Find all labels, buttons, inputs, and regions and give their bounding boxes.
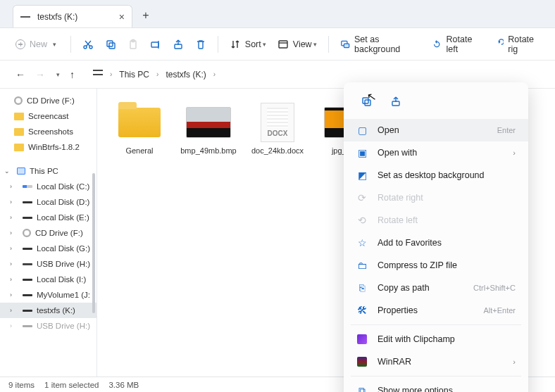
close-icon[interactable]: ×: [119, 11, 125, 23]
separator: [70, 36, 71, 53]
ctx-add-favorites[interactable]: ☆ Add to Favorites: [344, 232, 528, 254]
ctx-label: WinRAR: [378, 357, 411, 367]
copy-button[interactable]: [101, 34, 120, 55]
background-icon: ◩: [356, 170, 368, 181]
ctx-label: Open: [378, 125, 399, 135]
expand-icon[interactable]: ›: [10, 260, 12, 267]
share-button[interactable]: [386, 91, 406, 112]
navigation-pane[interactable]: CD Drive (F:)ScreencastScreenshotsWinBtr…: [0, 89, 97, 377]
recent-locations-button[interactable]: ▾: [56, 71, 60, 78]
sidebar-item-label: CD Drive (F:): [27, 96, 75, 105]
sidebar-item[interactable]: Screencast: [0, 108, 96, 124]
sidebar-item-drive[interactable]: ›Local Disk (D:): [0, 194, 96, 210]
sidebar-item[interactable]: Screenshots: [0, 124, 96, 139]
breadcrumb-thispc[interactable]: This PC: [119, 70, 149, 80]
file-item[interactable]: DOCXdoc_24kb.docx: [247, 103, 308, 156]
sidebar-item-thispc[interactable]: ⌄ This PC: [0, 163, 96, 179]
sidebar-item[interactable]: WinBtrfs-1.8.2: [0, 139, 96, 155]
sidebar-item-label: USB Drive (H:): [37, 260, 90, 268]
chevron-right-icon: ›: [513, 148, 516, 157]
view-button[interactable]: View ▾: [273, 34, 321, 55]
ctx-label: Copy as path: [378, 283, 430, 293]
ctx-rotate-right: ⟳ Rotate right: [344, 186, 528, 209]
ctx-compress-zip[interactable]: 🗀 Compress to ZIP file: [344, 254, 528, 277]
collapse-icon[interactable]: ⌄: [4, 167, 10, 175]
sidebar-item-label: WinBtrfs-1.8.2: [28, 143, 80, 151]
up-button[interactable]: ↑: [70, 69, 75, 80]
copy-button[interactable]: [356, 91, 376, 112]
file-item[interactable]: General: [108, 103, 170, 156]
sidebar-item-label: Screencast: [28, 112, 69, 120]
back-button[interactable]: ←: [15, 69, 25, 80]
ctx-clipchamp[interactable]: Edit with Clipchamp: [344, 328, 528, 350]
ctx-open-with[interactable]: ▣ Open with ›: [344, 141, 528, 164]
paste-button[interactable]: [123, 34, 143, 55]
sidebar-item-drive[interactable]: ›CD Drive (F:): [0, 225, 96, 241]
rotate-right-button[interactable]: Rotate rig: [489, 34, 547, 55]
svg-rect-11: [363, 98, 368, 103]
rotate-left-button[interactable]: Rotate left: [428, 34, 487, 55]
ctx-winrar[interactable]: WinRAR ›: [344, 350, 528, 373]
expand-icon[interactable]: ›: [10, 198, 12, 206]
ctx-set-desktop-bg[interactable]: ◩ Set as desktop background: [344, 164, 528, 186]
delete-button[interactable]: [191, 34, 211, 55]
sidebar-item-drive[interactable]: ›Local Disk (C:): [0, 179, 96, 194]
svg-rect-3: [109, 43, 115, 49]
breadcrumb[interactable]: › This PC › testxfs (K:) ›: [86, 65, 548, 84]
sort-button[interactable]: Sort ▾: [225, 34, 270, 55]
expand-icon[interactable]: ›: [10, 183, 12, 190]
sidebar-item-label: Local Disk (I:): [37, 275, 86, 284]
plus-icon: [15, 39, 25, 49]
sidebar-item-drive[interactable]: ›testxfs (K:): [0, 303, 96, 318]
expand-icon[interactable]: ›: [10, 214, 12, 221]
status-size: 3.36 MB: [108, 381, 139, 389]
open-with-icon: ▣: [356, 147, 368, 158]
sidebar-item-drive[interactable]: ›USB Drive (H:): [0, 256, 96, 272]
sidebar-item-label: CD Drive (F:): [35, 229, 83, 237]
expand-icon[interactable]: ›: [10, 307, 12, 314]
status-selected: 1 item selected: [44, 381, 99, 389]
share-button[interactable]: [168, 34, 188, 55]
drive-icon: [23, 201, 32, 203]
sidebar-item-drive[interactable]: ›MyVolume1 (J:: [0, 287, 96, 303]
ctx-properties[interactable]: 🛠 Properties Alt+Enter: [344, 299, 528, 322]
ctx-label: Rotate left: [378, 215, 418, 225]
sidebar-item-drive[interactable]: ›USB Drive (H:): [0, 318, 96, 334]
sidebar-item-label: Screenshots: [28, 127, 73, 136]
star-icon: ☆: [356, 237, 368, 248]
ctx-shortcut: Ctrl+Shift+C: [473, 284, 516, 292]
sidebar-item-drive[interactable]: ›Local Disk (I:): [0, 272, 96, 287]
forward-button[interactable]: →: [35, 69, 45, 80]
sidebar-item-drive[interactable]: ›Local Disk (E:): [0, 210, 96, 225]
breadcrumb-current[interactable]: testxfs (K:): [166, 70, 206, 80]
winrar-icon: [356, 356, 368, 367]
ctx-open[interactable]: ▢ Open Enter: [344, 119, 528, 141]
svg-rect-10: [344, 44, 349, 47]
ctx-show-more[interactable]: ⧉ Show more options: [344, 379, 528, 392]
set-bg-label: Set as background: [354, 34, 420, 54]
rename-button[interactable]: [146, 34, 166, 55]
rotate-left-icon: ⟲: [356, 215, 368, 226]
sidebar-item-drive[interactable]: ›Local Disk (G:): [0, 241, 96, 256]
cut-button[interactable]: [78, 34, 98, 55]
expand-icon[interactable]: ›: [10, 291, 12, 298]
ctx-label: Open with: [378, 148, 417, 158]
new-button[interactable]: New ▾: [8, 34, 63, 55]
drive-icon: [23, 325, 32, 327]
sidebar-item[interactable]: CD Drive (F:): [0, 93, 96, 108]
expand-icon[interactable]: ›: [10, 322, 12, 329]
expand-icon[interactable]: ›: [10, 245, 12, 252]
expand-icon[interactable]: ›: [10, 229, 12, 236]
file-item[interactable]: bmp_49mb.bmp: [177, 103, 239, 156]
ctx-copy-path[interactable]: ⎘ Copy as path Ctrl+Shift+C: [344, 277, 528, 299]
set-background-button[interactable]: Set as background: [336, 34, 425, 55]
ctx-shortcut: Alt+Enter: [483, 306, 516, 315]
svg-rect-12: [365, 100, 370, 106]
expand-icon[interactable]: ›: [10, 276, 12, 283]
sidebar-item-label: MyVolume1 (J:: [37, 291, 90, 299]
file-name: doc_24kb.docx: [251, 146, 304, 156]
scrollbar[interactable]: [92, 173, 95, 313]
new-tab-button[interactable]: +: [135, 5, 156, 26]
drive-icon: [23, 263, 32, 265]
tab-testxfs[interactable]: testxfs (K:) ×: [13, 5, 132, 27]
